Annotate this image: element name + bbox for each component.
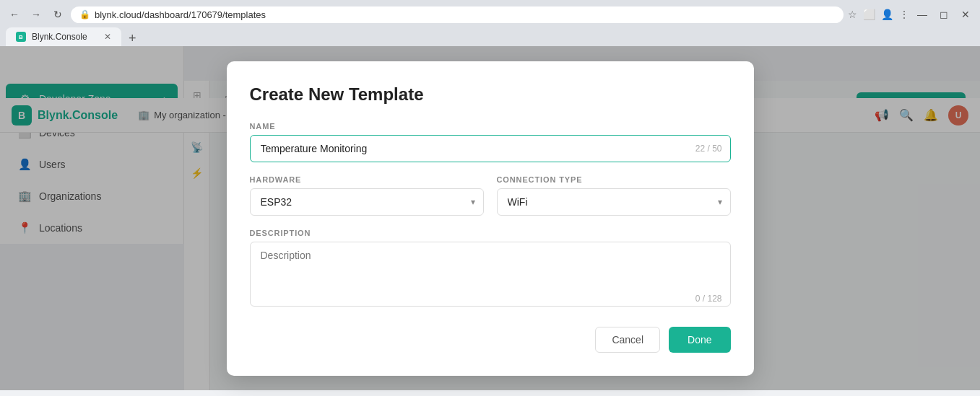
menu-icon[interactable]: ⋮ <box>899 9 909 20</box>
description-form-group: DESCRIPTION 0 / 128 <box>250 229 731 309</box>
close-window-button[interactable]: ✕ <box>957 6 974 23</box>
connection-type-label: CONNECTION TYPE <box>497 175 731 184</box>
name-form-group: NAME 22 / 50 <box>250 122 731 162</box>
back-button[interactable]: ← <box>6 6 23 23</box>
profile-icon[interactable]: 👤 <box>881 9 893 20</box>
address-bar[interactable]: 🔒 blynk.cloud/dashboard/170679/templates <box>71 6 844 23</box>
security-icon: 🔒 <box>79 9 90 19</box>
create-template-modal: Create New Template NAME 22 / 50 HARDWAR… <box>227 61 754 376</box>
name-input[interactable] <box>250 135 731 162</box>
hardware-group: HARDWARE ESP32 ESP8266 Arduino ▾ <box>250 175 484 216</box>
hardware-connection-row: HARDWARE ESP32 ESP8266 Arduino ▾ CONNECT… <box>250 175 731 216</box>
forward-button[interactable]: → <box>27 6 45 23</box>
tab-close-button[interactable]: ✕ <box>104 32 111 42</box>
name-label: NAME <box>250 122 731 131</box>
minimize-button[interactable]: — <box>914 6 931 23</box>
done-button[interactable]: Done <box>669 327 730 353</box>
modal-title: Create New Template <box>250 84 731 105</box>
extensions-icon[interactable]: ⬜ <box>863 9 875 20</box>
tab-label: Blynk.Console <box>32 32 87 42</box>
connection-type-select-wrapper: WiFi Ethernet Cellular ▾ <box>497 188 731 216</box>
description-label: DESCRIPTION <box>250 229 731 237</box>
connection-type-select[interactable]: WiFi Ethernet Cellular <box>497 188 731 216</box>
active-tab[interactable]: B Blynk.Console ✕ <box>6 27 121 46</box>
reload-button[interactable]: ↻ <box>49 6 66 23</box>
modal-overlay: Create New Template NAME 22 / 50 HARDWAR… <box>0 46 980 390</box>
tab-favicon: B <box>16 32 26 42</box>
name-input-wrapper: 22 / 50 <box>250 135 731 162</box>
description-counter: 0 / 128 <box>695 294 722 304</box>
connection-type-group: CONNECTION TYPE WiFi Ethernet Cellular ▾ <box>497 175 731 216</box>
new-tab-button[interactable]: + <box>123 31 142 46</box>
modal-actions: Cancel Done <box>250 327 731 353</box>
description-textarea[interactable] <box>250 242 731 307</box>
url-text: blynk.cloud/dashboard/170679/templates <box>95 9 266 20</box>
hardware-select[interactable]: ESP32 ESP8266 Arduino <box>250 188 484 216</box>
bookmark-icon[interactable]: ☆ <box>848 9 857 20</box>
name-counter: 22 / 50 <box>695 144 722 154</box>
description-wrapper: 0 / 128 <box>250 242 731 309</box>
restore-button[interactable]: ◻ <box>935 6 953 23</box>
hardware-label: HARDWARE <box>250 175 484 184</box>
hardware-select-wrapper: ESP32 ESP8266 Arduino ▾ <box>250 188 484 216</box>
cancel-button[interactable]: Cancel <box>595 327 660 353</box>
